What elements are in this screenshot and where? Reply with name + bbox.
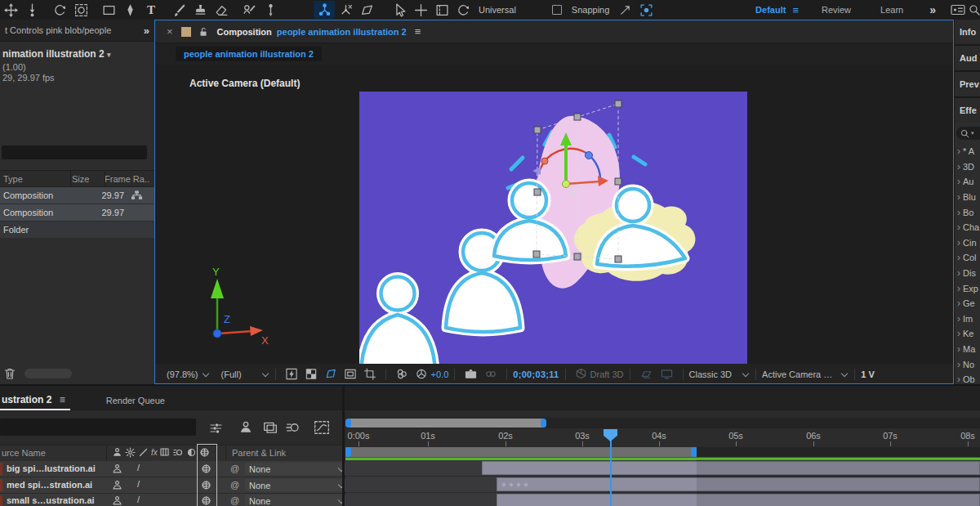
pickwhip-icon[interactable]: @ <box>230 495 239 505</box>
layer-bounds-icon[interactable] <box>431 1 452 19</box>
pickwhip-icon[interactable]: @ <box>230 463 239 473</box>
snapping-label[interactable]: Snapping <box>572 5 610 15</box>
search-icon[interactable] <box>969 1 980 19</box>
channel-rgb-icon[interactable] <box>395 368 408 380</box>
effect-category-row[interactable]: ›3D <box>955 159 980 175</box>
layer-color-label[interactable] <box>0 495 2 506</box>
resolution-dropdown[interactable]: (Full) <box>221 369 270 379</box>
quality-switch[interactable]: / <box>137 495 140 504</box>
effects-search-input[interactable]: ▾ <box>956 127 980 140</box>
effect-category-row[interactable]: ›Ke <box>955 326 980 342</box>
layer-row-3[interactable]: small s…ustration.ai / @ None <box>0 494 342 506</box>
fx-icon[interactable]: fx <box>151 447 158 458</box>
effect-controls-tab[interactable]: t Controls pink blob/people <box>5 25 111 35</box>
gizmo-center-handle[interactable] <box>563 181 570 188</box>
renderer-dropdown[interactable]: Classic 3D <box>689 369 751 379</box>
view-layout-dropdown[interactable]: 1 V <box>861 369 875 379</box>
collapse-icon[interactable] <box>125 447 136 458</box>
composition-canvas[interactable] <box>359 92 747 364</box>
delete-trash-icon[interactable] <box>3 367 16 380</box>
puppet-bend-pin-tool[interactable] <box>356 1 377 19</box>
camera-view-dropdown[interactable]: Active Camera … <box>762 369 849 379</box>
time-ruler[interactable]: 0:00s 01s 02s 03s 04s 05s 06s 07s 08s <box>345 428 980 448</box>
stamp-tool[interactable] <box>189 1 211 19</box>
type-tool[interactable]: T <box>140 1 162 19</box>
project-row-composition-2[interactable]: Composition 29.97 <box>0 204 154 221</box>
timeline-search-input[interactable] <box>0 419 196 436</box>
effect-category-row[interactable]: ›Bo <box>955 204 980 220</box>
workspace-default-tab[interactable]: Default <box>755 5 786 15</box>
rotate-tool[interactable] <box>49 1 70 19</box>
parent-dropdown[interactable]: None <box>245 479 348 491</box>
effect-category-row[interactable]: ›Im <box>955 311 980 327</box>
motion-blur-icon[interactable] <box>286 420 301 435</box>
effect-category-row[interactable]: ›Dis <box>955 266 980 281</box>
shy-icon[interactable] <box>238 420 253 435</box>
panel-overflow-chevrons[interactable]: » <box>144 25 149 37</box>
navigator-left-cap[interactable] <box>345 419 351 428</box>
shy-icon[interactable] <box>112 495 122 506</box>
toolbar-overflow-chevrons[interactable]: » <box>929 3 936 16</box>
unlock-icon[interactable] <box>198 26 209 38</box>
timeline-column-header[interactable]: urce Name fx Parent & Link <box>0 445 342 462</box>
magnification-dropdown[interactable]: (97.8%) <box>167 369 210 379</box>
snapping-checkbox[interactable] <box>552 5 562 15</box>
workspace-menu-icon[interactable]: ≡ <box>792 4 799 16</box>
layer-row-2[interactable]: med spi…stration.ai / @ None <box>0 477 342 494</box>
gizmo-red-handle[interactable] <box>541 158 548 164</box>
adjustment-layer-icon[interactable] <box>186 447 197 458</box>
roto-brush-tool[interactable] <box>238 1 260 19</box>
snapshot-camera-icon[interactable] <box>464 368 478 380</box>
puppet-starch-pin-tool[interactable] <box>335 1 356 19</box>
project-table-header[interactable]: Type Size Frame Ra.. <box>0 170 154 187</box>
effect-category-row[interactable]: ›Blu <box>955 190 980 205</box>
close-tab-icon[interactable]: × <box>167 25 173 38</box>
effects-presets-panel-tab[interactable]: Effe <box>955 98 980 123</box>
composition-viewer[interactable]: Active Camera (Default) <box>155 65 953 364</box>
composition-tab-label[interactable]: Composition <box>217 27 272 37</box>
work-area-end-handle[interactable] <box>691 447 697 457</box>
tab-menu-icon[interactable]: ≡ <box>60 394 65 405</box>
brush-tool[interactable] <box>168 1 189 19</box>
draft-3d-label[interactable]: Draft 3D <box>590 369 624 379</box>
parent-dropdown[interactable]: None <box>245 495 348 506</box>
workspace-learn-tab[interactable]: Learn <box>880 5 903 15</box>
work-area-track[interactable] <box>345 447 980 457</box>
project-row-folder[interactable]: Folder <box>0 222 154 238</box>
info-panel-tab[interactable]: Info <box>955 20 980 46</box>
parent-dropdown[interactable]: None <box>245 463 348 475</box>
comp-mini-flowchart-icon[interactable] <box>209 422 224 435</box>
shy-icon[interactable] <box>112 447 122 458</box>
transparency-grid-icon[interactable] <box>305 368 318 380</box>
project-row-composition-1[interactable]: Composition 29.97 <box>0 187 154 204</box>
puppet-position-pin-tool[interactable] <box>314 1 335 19</box>
panel-menu-icon[interactable]: ≡ <box>415 25 421 38</box>
exposure-value[interactable]: +0.0 <box>431 369 449 379</box>
effect-category-row[interactable]: ›Cin <box>955 235 980 251</box>
gizmo-blue-handle[interactable] <box>586 152 593 159</box>
effect-category-row[interactable]: ›Au <box>955 174 980 190</box>
exposure-icon[interactable] <box>415 368 428 380</box>
eraser-tool[interactable] <box>211 1 232 19</box>
comp-color-swatch[interactable] <box>181 27 191 37</box>
3d-gizmo-snap-icon[interactable] <box>635 1 657 19</box>
work-area-start-handle[interactable] <box>345 447 351 457</box>
effect-category-row[interactable]: ›No <box>955 356 980 372</box>
audio-panel-tab[interactable]: Aud <box>955 46 980 72</box>
comp-breadcrumb[interactable]: people animation illustration 2 <box>176 47 322 61</box>
quality-icon[interactable] <box>138 447 149 458</box>
region-of-interest-icon[interactable] <box>344 368 357 380</box>
move-tool[interactable] <box>0 1 21 19</box>
timecode-display[interactable]: 0;00;03;11 <box>513 369 559 379</box>
effect-category-row[interactable]: ›Ma <box>955 342 980 357</box>
preview-panel-tab[interactable]: Prev <box>955 72 980 98</box>
effect-category-row[interactable]: ›Exp <box>955 280 980 296</box>
anchor-point-tool[interactable] <box>21 1 42 19</box>
timeline-comp-tab[interactable]: ustration 2 ≡ <box>0 394 69 410</box>
workspace-review-tab[interactable]: Review <box>822 5 851 15</box>
mask-visibility-icon[interactable] <box>324 368 337 380</box>
orbit-camera-tool[interactable] <box>70 1 91 19</box>
quality-switch[interactable]: / <box>137 463 140 472</box>
motion-blur-icon[interactable] <box>173 447 184 458</box>
frame-blend-icon[interactable] <box>263 420 278 435</box>
